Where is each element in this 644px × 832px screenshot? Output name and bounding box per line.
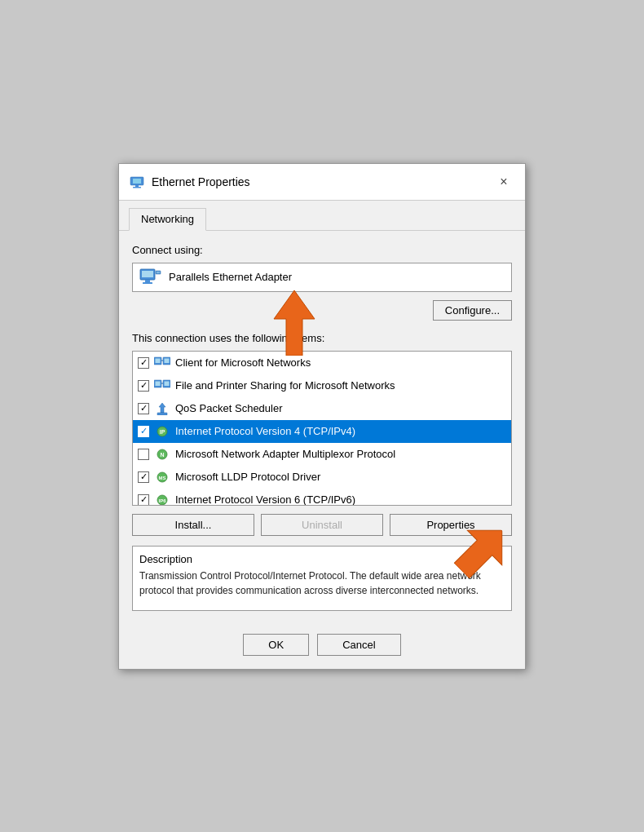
svg-text:IP: IP (160, 429, 165, 435)
checkbox-5[interactable] (138, 471, 149, 483)
close-button[interactable]: × (492, 170, 515, 193)
description-box: Description Transmission Control Protoco… (132, 546, 512, 611)
item-text-3: Internet Protocol Version 4 (TCP/IPv4) (175, 425, 355, 437)
configure-row: Configure... (132, 300, 512, 321)
title-bar-left: Ethernet Properties (129, 174, 250, 190)
action-buttons-row: Install... Uninstall Properties (132, 514, 512, 536)
tab-bar: Networking (119, 201, 525, 231)
svg-rect-21 (157, 413, 167, 415)
ok-button[interactable]: OK (243, 634, 309, 656)
item-text-0: Client for Microsoft Networks (175, 356, 311, 369)
svg-rect-7 (143, 282, 152, 284)
description-title: Description (139, 553, 505, 565)
list-item-0[interactable]: Client for Microsoft Networks (133, 352, 511, 374)
uninstall-button[interactable]: Uninstall (261, 514, 383, 536)
svg-rect-3 (133, 187, 141, 188)
list-item-6[interactable]: IP6 Internet Protocol Version 6 (TCP/IPv… (133, 489, 511, 506)
cancel-button[interactable]: Cancel (317, 634, 400, 656)
checkbox-3[interactable] (138, 426, 149, 437)
connection-items-label: This connection uses the following items… (132, 332, 512, 344)
configure-button[interactable]: Configure... (433, 300, 512, 321)
list-item-1[interactable]: File and Printer Sharing for Microsoft N… (133, 374, 511, 397)
properties-button[interactable]: Properties (390, 514, 512, 536)
item-icon-1 (154, 379, 170, 392)
item-text-4: Microsoft Network Adapter Multiplexor Pr… (175, 448, 395, 460)
ethernet-properties-dialog: Ethernet Properties × Networking Connect… (118, 163, 526, 670)
list-item-3[interactable]: IP Internet Protocol Version 4 (TCP/IPv4… (133, 420, 511, 443)
checkbox-4[interactable] (138, 449, 149, 460)
adapter-box: Parallels Ethernet Adapter (132, 263, 512, 292)
item-text-5: Microsoft LLDP Protocol Driver (175, 471, 320, 483)
svg-text:IP6: IP6 (158, 498, 166, 503)
description-text: Transmission Control Protocol/Internet P… (139, 569, 505, 598)
svg-rect-11 (156, 358, 161, 363)
list-item-4[interactable]: N Microsoft Network Adapter Multiplexor … (133, 443, 511, 466)
svg-rect-2 (135, 185, 139, 187)
svg-rect-18 (165, 381, 170, 386)
install-button[interactable]: Install... (132, 514, 254, 536)
ethernet-icon (129, 174, 145, 190)
checkbox-2[interactable] (138, 403, 149, 414)
svg-rect-9 (157, 272, 160, 272)
item-text-1: File and Printer Sharing for Microsoft N… (175, 379, 395, 392)
footer-row: OK Cancel (119, 624, 525, 669)
item-icon-4: N (154, 448, 170, 461)
svg-rect-13 (165, 358, 170, 363)
adapter-name: Parallels Ethernet Adapter (169, 271, 292, 283)
connect-using-label: Connect using: (132, 244, 512, 256)
item-icon-3: IP (154, 425, 170, 438)
title-bar: Ethernet Properties × (119, 164, 525, 201)
item-icon-6: IP6 (154, 493, 170, 506)
svg-rect-16 (156, 381, 161, 386)
svg-text:MS: MS (159, 476, 166, 480)
checkbox-0[interactable] (138, 357, 149, 369)
checkbox-6[interactable] (138, 494, 149, 506)
svg-marker-20 (159, 403, 165, 413)
item-icon-2 (154, 402, 170, 415)
item-text-6: Internet Protocol Version 6 (TCP/IPv6) (175, 493, 355, 506)
item-icon-5: MS (154, 471, 170, 484)
item-text-2: QoS Packet Scheduler (175, 402, 283, 414)
dialog-body: Connect using: Parallels Ethernet Adapte… (119, 231, 525, 624)
svg-rect-1 (133, 179, 141, 184)
item-icon-0 (154, 356, 170, 370)
svg-rect-5 (142, 271, 153, 277)
checkbox-1[interactable] (138, 380, 149, 392)
list-item-2[interactable]: QoS Packet Scheduler (133, 397, 511, 420)
adapter-icon (139, 268, 162, 286)
svg-text:N: N (160, 452, 164, 458)
svg-rect-6 (145, 280, 150, 282)
list-item-5[interactable]: MS Microsoft LLDP Protocol Driver (133, 466, 511, 489)
window-title: Ethernet Properties (152, 175, 250, 188)
items-list[interactable]: Client for Microsoft Networks File and P… (132, 351, 512, 506)
tab-networking[interactable]: Networking (129, 208, 206, 231)
